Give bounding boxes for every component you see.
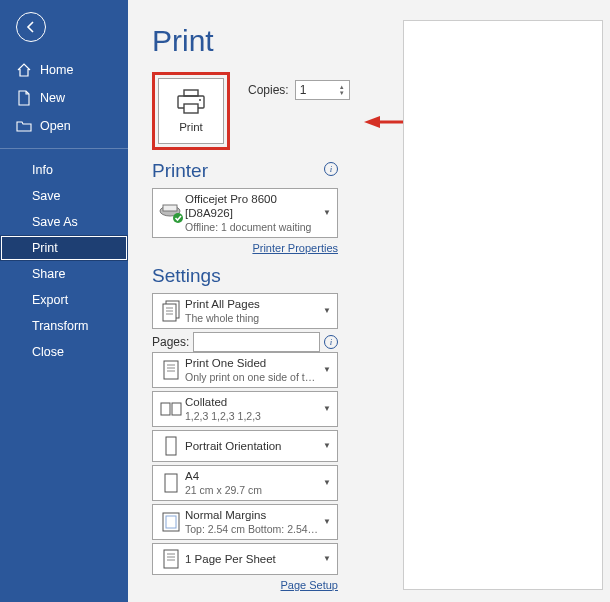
svg-point-8 bbox=[173, 213, 183, 223]
sidebar-label: Info bbox=[32, 163, 53, 177]
setting-sub: Only print on one side of th… bbox=[185, 371, 319, 384]
back-arrow-icon bbox=[24, 20, 38, 34]
svg-rect-19 bbox=[172, 403, 181, 415]
printer-heading: Printer bbox=[152, 160, 208, 182]
svg-rect-18 bbox=[161, 403, 170, 415]
chevron-down-icon: ▼ bbox=[319, 554, 333, 563]
setting-sub: Top: 2.54 cm Bottom: 2.54 c… bbox=[185, 523, 319, 536]
sidebar-item-transform[interactable]: Transform bbox=[0, 313, 128, 339]
setting-title: Normal Margins bbox=[185, 508, 319, 522]
setting-title: Print All Pages bbox=[185, 297, 319, 311]
one-sided-icon bbox=[160, 358, 182, 382]
new-doc-icon bbox=[16, 90, 32, 106]
sidebar-item-save-as[interactable]: Save As bbox=[0, 209, 128, 235]
sidebar-separator bbox=[0, 148, 128, 149]
setting-orientation[interactable]: Portrait Orientation ▼ bbox=[152, 430, 338, 462]
setting-title: Print One Sided bbox=[185, 356, 319, 370]
setting-collation[interactable]: Collated 1,2,3 1,2,3 1,2,3 ▼ bbox=[152, 391, 338, 427]
open-folder-icon bbox=[16, 118, 32, 134]
portrait-icon bbox=[162, 435, 180, 457]
backstage-sidebar: Home New Open Info Save Save As Print Sh… bbox=[0, 0, 128, 602]
sidebar-label: Home bbox=[40, 63, 73, 77]
pages-label: Pages: bbox=[152, 335, 189, 349]
pages-icon bbox=[160, 299, 182, 323]
svg-rect-21 bbox=[165, 474, 177, 492]
chevron-down-icon: ▼ bbox=[319, 517, 333, 526]
setting-sub: 21 cm x 29.7 cm bbox=[185, 484, 319, 497]
sidebar-item-home[interactable]: Home bbox=[0, 56, 128, 84]
setting-title: Portrait Orientation bbox=[185, 439, 319, 453]
sidebar-item-share[interactable]: Share bbox=[0, 261, 128, 287]
print-button[interactable]: Print bbox=[158, 78, 224, 144]
printer-status-icon bbox=[158, 202, 184, 224]
sidebar-item-close[interactable]: Close bbox=[0, 339, 128, 365]
svg-rect-14 bbox=[164, 361, 178, 379]
chevron-down-icon: ▼ bbox=[319, 208, 333, 217]
spinner-buttons[interactable]: ▲▼ bbox=[339, 84, 345, 96]
copies-value: 1 bbox=[300, 83, 307, 97]
paper-size-icon bbox=[162, 472, 180, 494]
setting-print-range[interactable]: Print All Pages The whole thing ▼ bbox=[152, 293, 338, 329]
sidebar-item-save[interactable]: Save bbox=[0, 183, 128, 209]
copies-spinner[interactable]: 1 ▲▼ bbox=[295, 80, 350, 100]
printer-properties-link[interactable]: Printer Properties bbox=[252, 242, 338, 254]
sidebar-item-print[interactable]: Print bbox=[0, 235, 128, 261]
print-preview-pane bbox=[403, 20, 603, 590]
sidebar-item-info[interactable]: Info bbox=[0, 157, 128, 183]
svg-point-3 bbox=[199, 99, 201, 101]
setting-sub: 1,2,3 1,2,3 1,2,3 bbox=[185, 410, 319, 423]
setting-sub: The whole thing bbox=[185, 312, 319, 325]
setting-paper-size[interactable]: A4 21 cm x 29.7 cm ▼ bbox=[152, 465, 338, 501]
chevron-down-icon: ▼ bbox=[319, 441, 333, 450]
setting-title: A4 bbox=[185, 469, 319, 483]
setting-margins[interactable]: Normal Margins Top: 2.54 cm Bottom: 2.54… bbox=[152, 504, 338, 540]
sidebar-label: Open bbox=[40, 119, 71, 133]
print-button-label: Print bbox=[179, 121, 203, 133]
home-icon bbox=[16, 62, 32, 78]
printer-select[interactable]: Officejet Pro 8600 [D8A926] Offline: 1 d… bbox=[152, 188, 338, 238]
setting-sides[interactable]: Print One Sided Only print on one side o… bbox=[152, 352, 338, 388]
svg-rect-23 bbox=[166, 516, 176, 528]
svg-rect-7 bbox=[163, 205, 177, 211]
sidebar-label: New bbox=[40, 91, 65, 105]
printer-name: Officejet Pro 8600 [D8A926] bbox=[185, 192, 319, 221]
sidebar-label: Close bbox=[32, 345, 64, 359]
sidebar-label: Transform bbox=[32, 319, 89, 333]
info-icon[interactable]: i bbox=[324, 162, 338, 176]
collated-icon bbox=[159, 399, 183, 419]
sidebar-label: Share bbox=[32, 267, 65, 281]
sidebar-label: Save bbox=[32, 189, 61, 203]
back-button[interactable] bbox=[16, 12, 46, 42]
chevron-down-icon: ▼ bbox=[319, 404, 333, 413]
setting-title: Collated bbox=[185, 395, 319, 409]
chevron-down-icon: ▼ bbox=[319, 478, 333, 487]
sidebar-item-new[interactable]: New bbox=[0, 84, 128, 112]
pages-input[interactable] bbox=[193, 332, 320, 352]
sidebar-label: Save As bbox=[32, 215, 78, 229]
sidebar-label: Print bbox=[32, 241, 58, 255]
info-icon[interactable]: i bbox=[324, 335, 338, 349]
copies-label: Copies: bbox=[248, 83, 289, 97]
chevron-down-icon: ▼ bbox=[319, 365, 333, 374]
svg-rect-10 bbox=[163, 304, 176, 321]
svg-rect-2 bbox=[184, 104, 198, 113]
printer-status: Offline: 1 document waiting bbox=[185, 221, 319, 234]
page-per-sheet-icon bbox=[161, 548, 181, 570]
setting-title: 1 Page Per Sheet bbox=[185, 552, 319, 566]
sidebar-item-open[interactable]: Open bbox=[0, 112, 128, 140]
annotation-highlight-box: Print bbox=[152, 72, 230, 150]
printer-icon bbox=[176, 89, 206, 115]
chevron-down-icon: ▼ bbox=[319, 306, 333, 315]
svg-rect-20 bbox=[166, 437, 176, 455]
setting-pages-per-sheet[interactable]: 1 Page Per Sheet ▼ bbox=[152, 543, 338, 575]
svg-rect-0 bbox=[184, 90, 198, 96]
margins-icon bbox=[161, 511, 181, 533]
page-setup-link[interactable]: Page Setup bbox=[281, 579, 339, 591]
svg-rect-24 bbox=[164, 550, 178, 568]
sidebar-label: Export bbox=[32, 293, 68, 307]
sidebar-item-export[interactable]: Export bbox=[0, 287, 128, 313]
